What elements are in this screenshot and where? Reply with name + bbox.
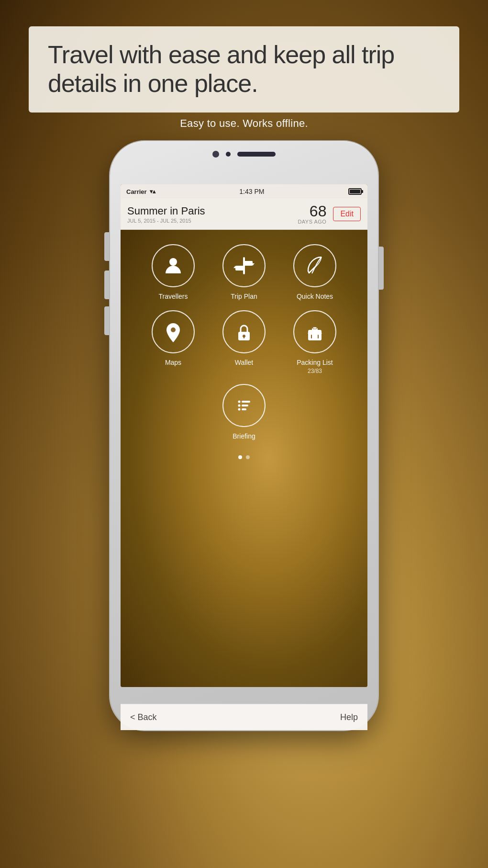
svg-rect-21 <box>242 408 246 410</box>
svg-rect-12 <box>313 327 317 329</box>
svg-rect-4 <box>235 266 244 271</box>
svg-rect-14 <box>318 335 319 338</box>
app-icon-maps[interactable]: Maps <box>142 310 204 374</box>
battery-icon <box>348 188 362 195</box>
dot-1 <box>238 455 242 459</box>
svg-rect-10 <box>308 330 322 340</box>
svg-rect-9 <box>244 336 244 338</box>
camera <box>212 151 219 158</box>
app-icon-briefing[interactable]: Briefing <box>213 384 275 440</box>
status-right <box>348 188 362 195</box>
header-subtitle: Easy to use. Works offline. <box>0 117 488 130</box>
svg-rect-13 <box>311 335 312 338</box>
pin-icon <box>163 321 184 342</box>
power-dot <box>226 152 231 157</box>
svg-rect-15 <box>308 333 322 334</box>
days-label: DAYS AGO <box>298 219 326 225</box>
list-icon <box>233 395 255 416</box>
svg-point-18 <box>238 405 241 407</box>
app-icon-trip-plan[interactable]: Trip Plan <box>213 244 275 301</box>
icons-row-2: Maps Wallet <box>142 310 346 374</box>
trip-dates: JUL 5, 2015 - JUL 25, 2015 <box>127 218 205 224</box>
screen-content: Travellers <box>121 230 367 687</box>
dot-2 <box>246 455 250 459</box>
svg-point-0 <box>169 258 177 266</box>
packing-list-sublabel: 23/83 <box>308 368 322 374</box>
app-icon-packing-list[interactable]: Packing List 23/83 <box>284 310 346 374</box>
icons-grid: Travellers <box>121 230 367 441</box>
trip-right: 68 DAYS AGO Edit <box>298 203 361 225</box>
header-box: Travel with ease and keep all trip detai… <box>29 26 459 113</box>
trip-name: Summer in Paris <box>127 205 205 217</box>
page-dots <box>121 455 367 459</box>
trip-info: Summer in Paris JUL 5, 2015 - JUL 25, 20… <box>127 205 205 224</box>
travellers-circle <box>152 244 195 287</box>
lock-icon <box>233 321 255 342</box>
person-icon <box>163 255 184 276</box>
status-left: Carrier ▾▴ <box>126 188 155 195</box>
svg-rect-1 <box>243 257 245 274</box>
status-bar: Carrier ▾▴ 1:43 PM <box>121 184 367 199</box>
icons-row-3: Briefing <box>213 384 275 440</box>
svg-marker-5 <box>233 266 235 268</box>
trip-plan-label: Trip Plan <box>231 292 257 301</box>
carrier-label: Carrier <box>126 188 147 195</box>
app-icon-travellers[interactable]: Travellers <box>142 244 204 301</box>
wifi-icon: ▾▴ <box>150 188 155 195</box>
svg-point-16 <box>238 401 241 403</box>
briefing-circle <box>222 384 266 427</box>
help-button[interactable]: Help <box>340 712 358 722</box>
quick-notes-label: Quick Notes <box>297 292 333 301</box>
bottom-bar: < Back Help <box>121 704 367 730</box>
days-number: 68 <box>298 203 326 219</box>
icons-row-1: Travellers <box>142 244 346 301</box>
trip-header: Summer in Paris JUL 5, 2015 - JUL 25, 20… <box>121 199 367 230</box>
back-button[interactable]: < Back <box>130 712 157 722</box>
app-icon-quick-notes[interactable]: Quick Notes <box>284 244 346 301</box>
battery-fill <box>350 190 360 193</box>
phone-body: Carrier ▾▴ 1:43 PM Summer in Paris JUL 5… <box>110 141 378 730</box>
svg-marker-3 <box>253 263 255 266</box>
edit-button[interactable]: Edit <box>333 207 361 221</box>
briefing-label: Briefing <box>233 432 255 440</box>
svg-rect-17 <box>242 401 250 403</box>
trip-plan-circle <box>222 244 266 287</box>
quick-notes-circle <box>293 244 336 287</box>
days-ago: 68 DAYS AGO <box>298 203 326 225</box>
phone-top-bar <box>212 151 276 158</box>
app-icon-wallet[interactable]: Wallet <box>213 310 275 374</box>
wallet-label: Wallet <box>235 358 253 367</box>
maps-label: Maps <box>165 358 181 367</box>
svg-point-6 <box>171 327 176 332</box>
packing-list-circle <box>293 310 336 353</box>
svg-point-20 <box>238 408 241 411</box>
signpost-icon <box>233 255 255 276</box>
wallet-circle <box>222 310 266 353</box>
maps-circle <box>152 310 195 353</box>
suitcase-icon <box>304 321 325 342</box>
svg-rect-19 <box>242 405 248 406</box>
speaker <box>237 152 276 157</box>
header-title: Travel with ease and keep all trip detai… <box>48 41 440 98</box>
svg-rect-2 <box>244 261 253 266</box>
status-time: 1:43 PM <box>239 188 264 195</box>
phone-screen: Carrier ▾▴ 1:43 PM Summer in Paris JUL 5… <box>121 184 367 687</box>
travellers-label: Travellers <box>159 292 188 301</box>
feather-icon <box>304 255 325 276</box>
phone: Carrier ▾▴ 1:43 PM Summer in Paris JUL 5… <box>110 141 378 812</box>
packing-list-label: Packing List <box>297 358 333 367</box>
